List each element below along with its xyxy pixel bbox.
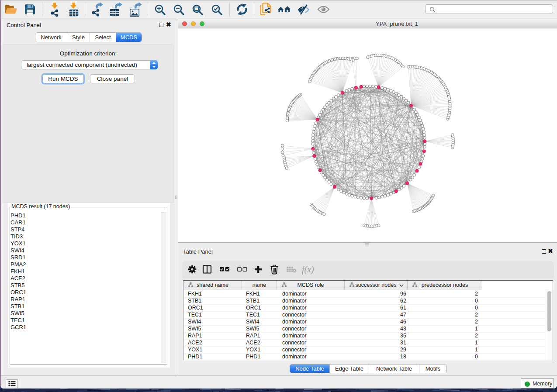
svg-text:f(x): f(x) <box>302 265 314 275</box>
